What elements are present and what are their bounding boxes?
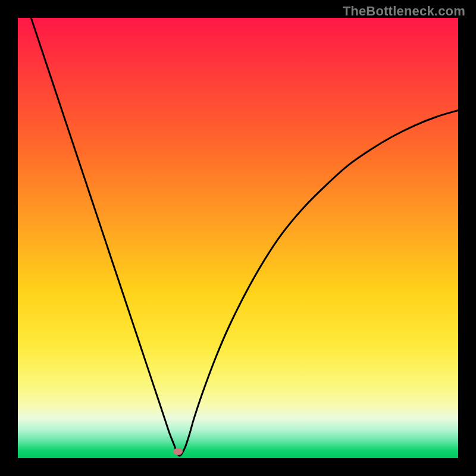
bottleneck-marker [173, 448, 183, 455]
chart-stage: TheBottleneck.com [0, 0, 476, 476]
bottleneck-curve [31, 18, 458, 456]
chart-svg [18, 18, 458, 458]
watermark-text: TheBottleneck.com [343, 4, 465, 19]
